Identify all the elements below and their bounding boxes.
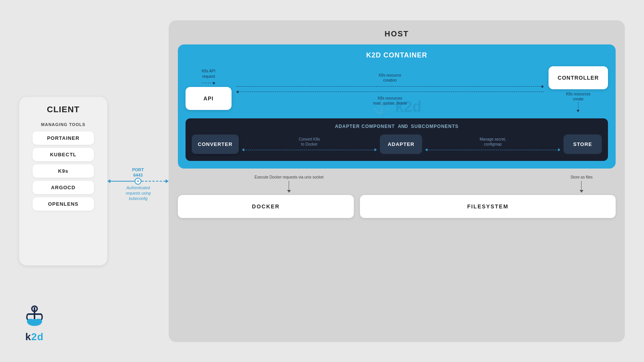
tool-openlens: OPENLENS [33,197,94,211]
rc-line [236,86,542,87]
middle-arrows: K8s resourcecreation K8s resourcesread, … [232,73,549,106]
k8s-create-label: K8s resourcescreate [566,92,590,102]
filesystem-vhead [580,190,583,193]
connection-area: PORT 6443 Authenticated requests using k… [107,178,169,185]
arrow-line-right [141,181,166,182]
controller-box: CONTROLLER [549,66,608,89]
below-k2d-connectors: Execute Docker requests via unix socket … [178,175,616,193]
docker-connector: Execute Docker requests via unix socket [255,175,324,193]
arrow-line-left [110,181,135,182]
adapter-component-title: ADAPTER COMPONENT [335,124,395,129]
manage-arr-right [558,148,560,151]
resource-creation-label: K8s resourcecreation [379,73,401,83]
converter-box: CONVERTER [192,134,239,154]
tool-k9s: K9s [33,164,94,178]
api-section: K8s APIrequest API [186,69,232,110]
svg-point-4 [27,319,34,324]
converter-adapter-arrow: Convert K8sto Docker [239,137,380,151]
adapter-dark-box: ADAPTER COMPONENT AND SUBCOMPONENTS CONV… [186,118,608,161]
svg-point-5 [34,319,42,324]
manage-label: Manage secret,configmap [480,137,506,147]
rr-line [238,92,544,92]
adapter-store-arrow: Manage secret,configmap [422,137,564,151]
tool-kubectl: KUBECTL [33,148,94,161]
rc-arrowhead [542,85,544,88]
api-input-arrow [202,82,215,85]
resource-creation-arrow [236,85,544,88]
tool-argocd: ARGOCD [33,181,94,194]
adapter-components-row: CONVERTER Convert K8sto Docker ADAPTER [192,134,602,154]
resources-read-label: K8s resourcesread, update, delete [373,96,407,106]
api-arrow-line [202,83,213,83]
adapter-and-label: AND [398,124,408,129]
client-panel: CLIENT MANAGING TOOLS PORTAINER KUBECTL … [19,97,107,265]
bottom-boxes: DOCKER FILESYSTEM [178,195,616,218]
k2d-container: K2D CONTAINER ⚓ k2d K8s APIrequest API [178,44,616,169]
host-panel: HOST K2D CONTAINER ⚓ k2d K8s APIrequest [169,20,625,342]
auth-label: Authenticated requests using kubeconfig [126,185,151,201]
arrow-left-head [107,179,110,183]
arrow-right-head [166,179,169,183]
manage-dashed [427,150,558,150]
client-title: CLIENT [47,105,79,115]
docker-vline [287,181,291,193]
circle-connector [135,178,141,185]
k2d-top-row: K8s APIrequest API K8s resourcecreation [186,66,608,112]
main-container: CLIENT MANAGING TOOLS PORTAINER KUBECTL … [19,16,625,346]
k8s-create-arrow [577,102,580,112]
filesystem-vline [580,181,583,193]
host-title: HOST [178,29,616,38]
convert-label: Convert K8sto Docker [299,137,320,147]
api-arrowhead [213,82,215,85]
port-label: PORT 6443 [132,167,144,178]
logo-area: k2d [19,300,50,343]
docker-conn-label: Execute Docker requests via unix socket [255,175,324,180]
filesystem-conn-label: Store as files [570,175,593,180]
api-box: API [186,87,232,110]
k2d-container-title: K2D CONTAINER [186,51,608,59]
docker-vhead [287,190,291,193]
managing-tools-label: MANAGING TOOLS [41,122,85,127]
api-input-label: K8s APIrequest [202,69,215,79]
adapter-box: ADAPTER [380,134,422,154]
circle-inner [137,180,139,182]
docker-vline-seg [289,181,289,190]
adapter-subcomponents-title: SUBCOMPONENTS [411,124,458,129]
logo-icon [19,300,50,329]
adapter-title-row: ADAPTER COMPONENT AND SUBCOMPONENTS [192,124,602,129]
convert-arrow-line [242,148,377,151]
filesystem-box: FILESYSTEM [360,195,616,218]
filesystem-vline-seg [581,181,582,190]
docker-box: DOCKER [178,195,354,218]
resources-read-arrow [236,90,544,93]
k8s-create-vline [578,102,579,110]
conv-arr-right [375,148,377,151]
logo-text-blue: 2d [31,331,44,342]
controller-section: CONTROLLER K8s resourcescreate [549,66,608,112]
conv-dashed [244,150,375,150]
store-box: STORE [564,134,602,154]
logo-text: k2d [25,331,44,343]
k8s-create-vhead [577,110,580,112]
tool-portainer: PORTAINER [33,131,94,145]
manage-arrow-line [425,148,560,151]
filesystem-connector: Store as files [570,175,593,193]
